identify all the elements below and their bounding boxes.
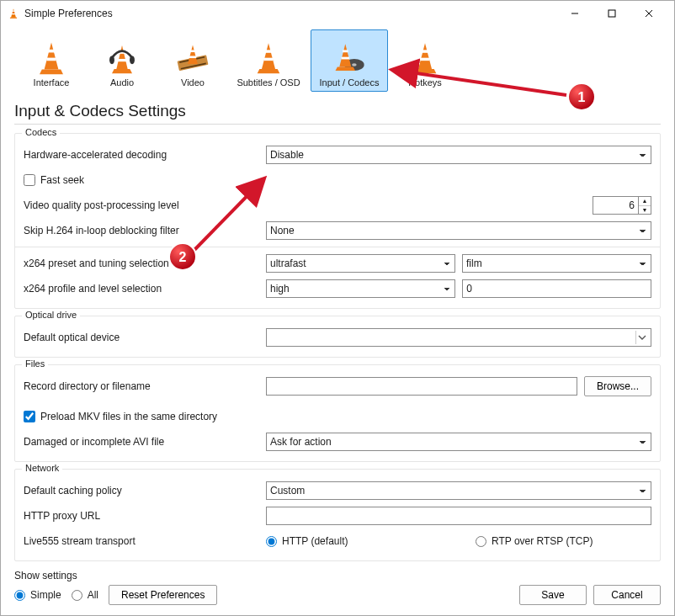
step-up-icon[interactable]: ▲ [639,197,651,206]
svg-rect-23 [189,56,196,58]
svg-rect-3 [10,18,17,19]
svg-rect-36 [421,58,430,61]
mode-simple-radio[interactable] [14,590,25,601]
svg-marker-0 [11,8,16,18]
caching-select[interactable]: Custom [266,481,651,500]
preload-mkv-checkbox[interactable] [24,411,35,422]
proxy-label: HTTP proxy URL [24,510,259,522]
svg-marker-11 [40,70,63,75]
mode-all-text: All [88,589,98,601]
svg-marker-33 [336,66,356,71]
mode-all-radio-label[interactable]: All [72,589,98,601]
svg-rect-9 [48,50,55,53]
cancel-button[interactable]: Cancel [593,585,661,605]
live555-rtsp-text: RTP over RTSP (TCP) [492,535,593,547]
live555-rtsp-radio-label[interactable]: RTP over RTSP (TCP) [476,535,651,547]
tab-label: Interface [34,77,70,88]
tab-input-codecs[interactable]: Input / Codecs [311,29,388,92]
page-body: Input & Codecs Settings Codecs Hardware-… [1,92,674,561]
chevron-down-icon [638,333,646,342]
reset-preferences-button[interactable]: Reset Preferences [109,585,217,605]
proxy-input[interactable] [266,507,651,525]
x264-preset-label: x264 preset and tuning selection [24,258,259,269]
caching-label: Default caching policy [24,485,259,497]
x264-profile-label: x264 profile and level selection [24,283,259,295]
tab-label: Subtitles / OSD [237,77,300,88]
svg-point-17 [130,56,135,65]
svg-rect-5 [609,10,615,17]
skip-h264-label: Skip H.264 in-loop deblocking filter [24,225,259,236]
tab-label: Hotkeys [408,77,442,88]
tab-interface[interactable]: Interface [18,29,85,92]
pp-level-input[interactable] [593,196,638,215]
mode-simple-radio-label[interactable]: Simple [14,589,61,601]
tab-audio[interactable]: Audio [88,29,156,92]
group-title: Optical drive [22,310,80,320]
step-down-icon[interactable]: ▼ [639,206,651,215]
x264-profile-select[interactable]: high [266,279,455,298]
mode-simple-text: Simple [30,589,61,601]
svg-rect-26 [264,58,274,61]
svg-rect-32 [342,57,349,60]
pp-level-label: Video quality post-processing level [24,199,259,211]
avi-select[interactable]: Ask for action [266,433,651,451]
group-files: Files Record directory or filename Brows… [14,364,661,462]
tab-hotkeys[interactable]: Hotkeys [391,29,459,92]
live555-http-radio-label[interactable]: HTTP (default) [266,535,442,547]
svg-rect-31 [343,50,348,52]
page-title: Input & Codecs Settings [14,102,661,120]
mode-all-radio[interactable] [72,590,82,601]
svg-rect-22 [190,50,195,52]
default-optical-label: Default optical device [24,332,259,343]
svg-marker-30 [339,44,351,66]
live555-label: Live555 stream transport [24,535,259,547]
category-tabs: Interface Audio Video Subtitles / OSD In… [1,26,674,92]
tab-video[interactable]: Video [159,29,226,92]
group-optical: Optical drive Default optical device [14,316,661,358]
record-dir-input[interactable] [266,377,577,396]
cone-headphones-icon [105,40,139,77]
fast-seek-checkbox[interactable] [24,174,35,186]
hw-decode-label: Hardware-accelerated decoding [24,149,259,161]
minimize-button[interactable] [556,1,593,26]
svg-marker-21 [188,45,198,64]
cone-disc-icon [332,40,366,77]
svg-point-29 [352,63,357,66]
group-title: Files [22,358,48,369]
svg-marker-15 [112,69,132,73]
avi-label: Damaged or incomplete AVI file [24,436,259,448]
svg-point-16 [109,56,114,65]
svg-marker-8 [45,42,59,69]
pp-level-stepper[interactable]: ▲▼ [638,196,651,215]
x264-level-input[interactable] [462,279,651,298]
maximize-button[interactable] [593,1,630,26]
group-title: Codecs [22,127,60,137]
svg-marker-12 [116,45,127,69]
svg-rect-1 [13,11,15,12]
save-button[interactable]: Save [519,585,587,605]
live555-http-text: HTTP (default) [282,535,348,547]
tab-label: Video [181,77,205,88]
cone-film-icon [176,40,210,77]
x264-tuning-select[interactable]: film [462,254,651,273]
fast-seek-checkbox-label[interactable]: Fast seek [24,174,84,186]
svg-rect-14 [118,59,126,61]
cone-icon [252,40,285,77]
titlebar: Simple Preferences [1,1,674,26]
footer: Show settings Simple All Reset Preferenc… [1,561,674,615]
close-button[interactable] [630,1,667,26]
svg-marker-27 [258,69,280,73]
tab-subtitles[interactable]: Subtitles / OSD [230,29,307,92]
title-separator [14,124,661,125]
default-optical-select[interactable] [266,328,651,347]
preload-mkv-checkbox-label[interactable]: Preload MKV files in the same directory [24,411,217,422]
hw-decode-select[interactable]: Disable [266,146,651,164]
show-settings-label: Show settings [14,570,217,581]
live555-http-radio[interactable] [266,536,277,547]
x264-preset-select[interactable]: ultrafast [266,254,455,273]
live555-rtsp-radio[interactable] [476,536,486,547]
skip-h264-select[interactable]: None [266,221,651,240]
browse-button[interactable]: Browse... [584,376,651,396]
window-title: Simple Preferences [24,8,113,19]
svg-marker-24 [262,43,275,69]
